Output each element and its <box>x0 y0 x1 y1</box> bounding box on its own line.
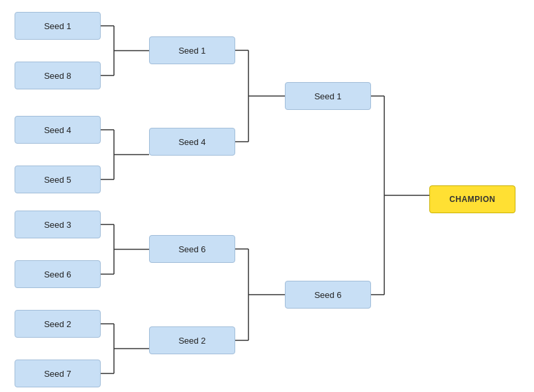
bracket-box-r3-1: Seed 1 <box>285 82 371 110</box>
bracket-box-champion: CHAMPION <box>429 185 515 213</box>
bracket-box-r2-2: Seed 4 <box>149 128 235 156</box>
bracket-box-r1-2: Seed 8 <box>15 62 101 89</box>
bracket-box-r2-4: Seed 2 <box>149 326 235 354</box>
bracket-box-r3-2: Seed 6 <box>285 281 371 309</box>
bracket-container: Seed 1Seed 8Seed 4Seed 5Seed 3Seed 6Seed… <box>0 0 534 392</box>
bracket-box-r1-4: Seed 5 <box>15 166 101 193</box>
bracket-box-r2-1: Seed 1 <box>149 36 235 64</box>
bracket-box-r1-5: Seed 3 <box>15 211 101 238</box>
bracket-box-r1-1: Seed 1 <box>15 12 101 40</box>
bracket-box-r1-3: Seed 4 <box>15 116 101 144</box>
bracket-box-r1-7: Seed 2 <box>15 310 101 338</box>
bracket-box-r1-6: Seed 6 <box>15 260 101 288</box>
bracket-box-r2-3: Seed 6 <box>149 235 235 263</box>
bracket-box-r1-8: Seed 7 <box>15 360 101 387</box>
